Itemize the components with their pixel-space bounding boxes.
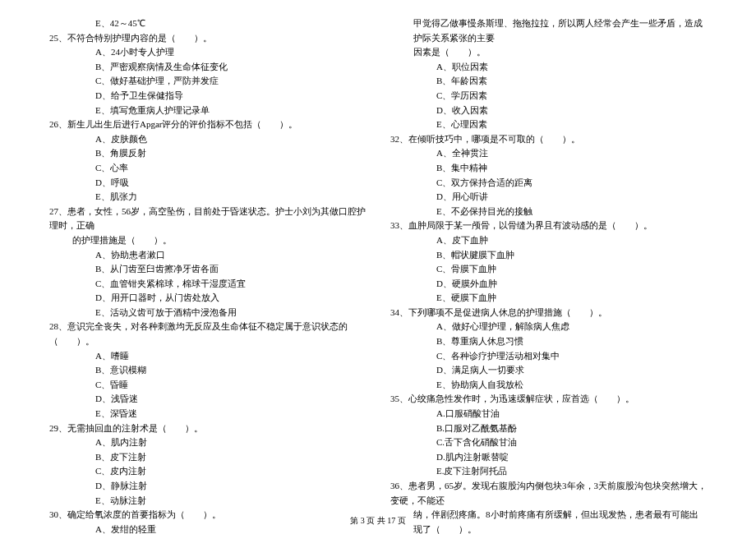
- option-c: C、皮内注射: [95, 464, 366, 479]
- option-b: B、尊重病人休息习惯: [436, 334, 707, 349]
- option-d: D.肌内注射哌替啶: [436, 450, 707, 465]
- question-31-stem-cont2: 因素是（ ）。: [390, 45, 707, 60]
- option-c: C、学历因素: [436, 89, 707, 104]
- option-d: D、给予卫生保健指导: [95, 89, 366, 104]
- option-b: B、集中精神: [436, 161, 707, 176]
- question-33-stem: 33、血肿局限于某一颅骨，以骨缝为界且有波动感的是（ ）。: [390, 219, 707, 233]
- option-a: A、皮下血肿: [436, 233, 707, 248]
- option-b: B、年龄因素: [436, 74, 707, 89]
- option-e: E、肌张力: [95, 190, 366, 205]
- option-c: C、骨膜下血肿: [436, 262, 707, 277]
- option-e: E、协助病人自我放松: [436, 378, 707, 393]
- option-d: D、呼吸: [95, 176, 366, 191]
- option-e: E、动脉注射: [95, 494, 366, 509]
- question-34-options: A、做好心理护理，解除病人焦虑 B、尊重病人休息习惯 C、各种诊疗护理活动相对集…: [390, 320, 707, 392]
- question-26-stem: 26、新生儿出生后进行Apgar评分的评价指标不包括（ ）。: [49, 117, 366, 132]
- right-column: 甲觉得乙做事慢条斯理、拖拖拉拉，所以两人经常会产生一些矛盾，造成护际关系紧张的主…: [390, 16, 707, 485]
- option-d: D、硬膜外血肿: [436, 277, 707, 292]
- question-32-options: A、全神贯注 B、集中精神 C、双方保持合适的距离 D、用心听讲 E、不必保持目…: [390, 146, 707, 219]
- question-29-options: A、肌内注射 B、皮下注射 C、皮内注射 D、静脉注射 E、动脉注射: [49, 435, 366, 508]
- question-29-stem: 29、无需抽回血的注射术是（ ）。: [49, 421, 366, 436]
- left-column: E、42～45℃ 25、不符合特别护理内容的是（ ）。 A、24小时专人护理 B…: [49, 16, 366, 485]
- option-a: A.口服硝酸甘油: [436, 407, 707, 421]
- option-c: C、昏睡: [95, 378, 366, 393]
- option-c: C.舌下含化硝酸甘油: [436, 435, 707, 450]
- option-b: B、意识模糊: [95, 363, 366, 378]
- option-a: A、肌内注射: [95, 435, 366, 450]
- option-b: B、角膜反射: [95, 146, 366, 161]
- option-e: E、不必保持目光的接触: [436, 205, 707, 219]
- option-a: A、皮肤颜色: [95, 132, 366, 147]
- question-35-stem: 35、心绞痛急性发作时，为迅速缓解症状，应首选（ ）。: [390, 392, 707, 407]
- option-d: D、静脉注射: [95, 479, 366, 494]
- option-a: A、全神贯注: [436, 146, 707, 161]
- option-e: E、深昏迷: [95, 407, 366, 421]
- question-31-options: A、职位因素 B、年龄因素 C、学历因素 D、收入因素 E、心理因素: [390, 60, 707, 132]
- question-35-options: A.口服硝酸甘油 B.口服对乙酰氨基酚 C.舌下含化硝酸甘油 D.肌内注射哌替啶…: [390, 407, 707, 479]
- option-a: A、职位因素: [436, 60, 707, 75]
- option-b: B.口服对乙酰氨基酚: [436, 421, 707, 436]
- question-28-options: A、嗜睡 B、意识模糊 C、昏睡 D、浅昏迷 E、深昏迷: [49, 349, 366, 421]
- option-e: E、心理因素: [436, 117, 707, 132]
- option-b: B、皮下注射: [95, 450, 366, 465]
- option-b: B、帽状腱膜下血肿: [436, 248, 707, 263]
- option-a: A、做好心理护理，解除病人焦虑: [436, 320, 707, 334]
- option-c: C、双方保持合适的距离: [436, 176, 707, 191]
- question-27-stem: 27、患者，女性，56岁，高空坠伤，目前处于昏迷状态。护士小刘为其做口腔护理时，…: [49, 205, 366, 233]
- question-26-options: A、皮肤颜色 B、角膜反射 C、心率 D、呼吸 E、肌张力: [49, 132, 366, 205]
- option-a: A、嗜睡: [95, 349, 366, 364]
- option-d: D、用心听讲: [436, 190, 707, 205]
- option-d: D、浅昏迷: [95, 392, 366, 407]
- question-32-stem: 32、在倾听技巧中，哪项是不可取的（ ）。: [390, 132, 707, 147]
- option-c: C、做好基础护理，严防并发症: [95, 74, 366, 89]
- question-25-stem: 25、不符合特别护理内容的是（ ）。: [49, 31, 366, 46]
- option-d: D、用开口器时，从门齿处放入: [95, 291, 366, 306]
- prev-question-option-e: E、42～45℃: [49, 16, 366, 31]
- option-c: C、心率: [95, 161, 366, 176]
- question-31-stem-cont1: 甲觉得乙做事慢条斯理、拖拖拉拉，所以两人经常会产生一些矛盾，造成护际关系紧张的主…: [390, 16, 707, 45]
- option-a: A、协助患者漱口: [95, 248, 366, 263]
- question-27-stem-cont: 的护理措施是（ ）。: [49, 233, 366, 248]
- question-27-options: A、协助患者漱口 B、从门齿至臼齿擦净牙齿各面 C、血管钳夹紧棉球，棉球干湿度适…: [49, 248, 366, 320]
- option-a: A、24小时专人护理: [95, 45, 366, 60]
- option-d: D、收入因素: [436, 104, 707, 118]
- option-c: C、血管钳夹紧棉球，棉球干湿度适宜: [95, 277, 366, 292]
- page-footer: 第 3 页 共 17 页: [0, 514, 756, 527]
- question-36-stem: 36、患者男，65岁。发现右腹股沟内侧包块3年余，3天前腹股沟包块突然增大，变硬…: [390, 479, 707, 508]
- option-c: C、各种诊疗护理活动相对集中: [436, 349, 707, 364]
- question-28-stem: 28、意识完全丧失，对各种刺激均无反应及生命体征不稳定属于意识状态的（ ）。: [49, 320, 366, 348]
- option-e: E.皮下注射阿托品: [436, 464, 707, 479]
- option-d: D、满足病人一切要求: [436, 363, 707, 378]
- question-34-stem: 34、下列哪项不是促进病人休息的护理措施（ ）。: [390, 306, 707, 320]
- option-e: E、填写危重病人护理记录单: [95, 104, 366, 118]
- option-b: B、严密观察病情及生命体征变化: [95, 60, 366, 75]
- option-b: B、从门齿至臼齿擦净牙齿各面: [95, 262, 366, 277]
- option-e: E、活动义齿可放于酒精中浸泡备用: [95, 306, 366, 320]
- question-33-options: A、皮下血肿 B、帽状腱膜下血肿 C、骨膜下血肿 D、硬膜外血肿 E、硬膜下血肿: [390, 233, 707, 306]
- option-e: E、硬膜下血肿: [436, 291, 707, 306]
- question-25-options: A、24小时专人护理 B、严密观察病情及生命体征变化 C、做好基础护理，严防并发…: [49, 45, 366, 117]
